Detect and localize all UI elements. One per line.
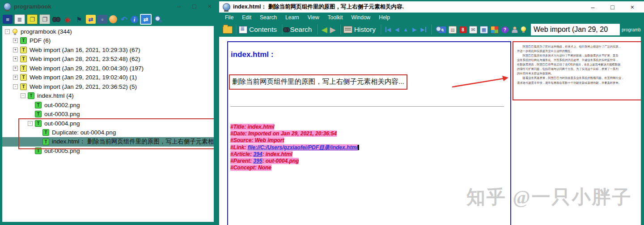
tree-row-out0002[interactable]: T out-0002.png bbox=[2, 100, 214, 110]
maximize-button[interactable]: □ bbox=[610, 4, 614, 10]
search-binoculars-icon[interactable] bbox=[52, 15, 61, 23]
meta-parent-rest: : out-0004.png bbox=[262, 158, 299, 164]
open-collection-icon[interactable] bbox=[223, 26, 233, 34]
tree-row-indexhtml-selected[interactable]: T index.html： 删除当前网页组件里的原图，写上右侧子元素相关 bbox=[2, 137, 214, 147]
tree-row-pdf[interactable]: + T PDF (6) bbox=[2, 36, 214, 46]
source-image-thumbnail[interactable]: 阿里巴巴集团为了应对这种挑战，在技术上、组织架构上都进行了广泛的实践， 并进一步… bbox=[513, 41, 641, 100]
menu-search[interactable]: Search bbox=[260, 14, 277, 21]
search-button[interactable]: Search bbox=[290, 26, 312, 34]
tree-row-webimport-2[interactable]: + T Web import (Jan 28, 2021, 23:52:48) … bbox=[2, 55, 214, 64]
horizontal-rule bbox=[230, 106, 504, 107]
lightbulb-icon[interactable] bbox=[521, 26, 526, 33]
help-icon[interactable]: ? bbox=[501, 26, 508, 33]
account-icon[interactable] bbox=[511, 26, 517, 33]
contents-icon[interactable]: ≡ bbox=[3, 15, 13, 24]
menu-edit[interactable]: Edit bbox=[242, 14, 251, 21]
mail-icon[interactable]: ✉ bbox=[469, 26, 477, 34]
expand-icon[interactable]: + bbox=[13, 48, 18, 52]
history-icon[interactable] bbox=[343, 26, 352, 33]
tree-row-webimport-5[interactable]: - T Web import (Jan 29, 2021, 20:36:52) … bbox=[2, 82, 214, 91]
toggle-panel-icon[interactable]: ⇄ bbox=[140, 14, 152, 25]
expand-icon[interactable]: + bbox=[13, 75, 18, 80]
tree-row-webimport-3[interactable]: + T Web import (Jan 29, 2021, 00:04:30) … bbox=[2, 64, 214, 73]
tree-row-webimport-1[interactable]: + T Web import (Jan 16, 2021, 10:29:33) … bbox=[2, 45, 214, 55]
schedule-icon[interactable]: ▦ bbox=[480, 26, 488, 34]
tree-row-duplicate-out0004[interactable]: T Duplicate: out-0004.png bbox=[2, 128, 214, 138]
menu-window[interactable]: Window bbox=[352, 14, 371, 21]
magnifier-icon[interactable] bbox=[153, 15, 162, 24]
contents-icon[interactable] bbox=[239, 26, 247, 34]
tree-row-webimport-4[interactable]: + T Web import (Jan 29, 2021, 19:02:40) … bbox=[2, 73, 214, 82]
maximize-button[interactable]: □ bbox=[192, 3, 196, 9]
expand-icon[interactable]: + bbox=[13, 56, 18, 61]
expand-icon[interactable]: + bbox=[13, 66, 18, 71]
topic-icon: T bbox=[42, 129, 49, 136]
close-button[interactable]: × bbox=[208, 3, 212, 9]
tree-row-label: index.html (4) bbox=[37, 92, 74, 99]
menu-learn[interactable]: Learn bbox=[285, 14, 299, 21]
import-export-icon[interactable]: ⇄ bbox=[86, 15, 96, 24]
tree-row-label: index.html： 删除当前网页组件里的原图，写上右侧子元素相关 bbox=[52, 138, 214, 146]
google-icon[interactable]: 8 bbox=[459, 26, 466, 33]
back-arrow-icon[interactable]: ◀ bbox=[322, 26, 327, 34]
tree-row-out0005[interactable]: T out-0005.png bbox=[2, 147, 214, 156]
collapse-icon[interactable]: - bbox=[28, 121, 33, 126]
first-element-icon[interactable]: ◀ bbox=[386, 27, 391, 32]
contents-button[interactable]: Contents bbox=[249, 26, 277, 34]
topic-icon: T bbox=[35, 102, 42, 108]
minimize-button[interactable]: – bbox=[591, 4, 595, 10]
outline-icon[interactable]: ≣ bbox=[14, 14, 25, 24]
collapse-icon[interactable]: - bbox=[5, 29, 10, 34]
forward-arrow-icon[interactable]: ▶ bbox=[330, 26, 336, 34]
element-window-title: index.html： 删除当前网页组件里的原图，写上右侧子元素相关内容. bbox=[233, 3, 591, 11]
commit-icon[interactable] bbox=[109, 15, 117, 23]
element-title-combo[interactable]: Web import (Jan 29, 20 bbox=[531, 24, 620, 35]
save-icon[interactable]: ▫ bbox=[97, 15, 107, 24]
minimize-button[interactable]: – bbox=[178, 3, 181, 9]
zoom-icon[interactable] bbox=[434, 25, 437, 34]
collapse-icon[interactable]: - bbox=[13, 84, 18, 89]
element-nav-group: ◀ ◀ ▲ ▶ ▶ bbox=[386, 27, 426, 32]
close-button[interactable]: × bbox=[631, 4, 634, 10]
info-icon[interactable]: i bbox=[131, 16, 138, 23]
menu-file[interactable]: File bbox=[225, 14, 233, 21]
paste-icon[interactable]: ❐ bbox=[39, 14, 50, 24]
dictionary-icon[interactable]: ▤ bbox=[449, 26, 457, 34]
history-button[interactable]: History bbox=[354, 26, 376, 34]
topic-icon: T bbox=[20, 74, 27, 81]
menu-view[interactable]: View bbox=[308, 14, 319, 21]
meta-article-link[interactable]: 394 bbox=[253, 151, 262, 157]
element-titlebar: index.html： 删除当前网页组件里的原图，写上右侧子元素相关内容. – … bbox=[219, 1, 644, 13]
prev-element-icon[interactable]: ◀ bbox=[395, 27, 399, 32]
topic-icon: T bbox=[20, 56, 27, 62]
tree-row-indexhtml-parent[interactable]: - T index.html (4) bbox=[2, 91, 214, 101]
last-element-icon[interactable]: ▶ bbox=[420, 27, 426, 32]
parent-element-icon[interactable]: ▲ bbox=[403, 27, 408, 32]
tree-row-out0003[interactable]: T out-0003.png bbox=[2, 110, 214, 119]
topic-icon: T bbox=[35, 111, 42, 117]
copy-topics-icon[interactable]: ❐ bbox=[27, 14, 38, 24]
tree-row-programbook[interactable]: - programbook (344) bbox=[2, 27, 214, 36]
expand-icon[interactable]: + bbox=[13, 38, 18, 43]
topic-icon: T bbox=[42, 138, 49, 145]
topic-icon: T bbox=[20, 83, 27, 90]
windows-icon[interactable] bbox=[491, 26, 499, 34]
meta-parent-link[interactable]: 395 bbox=[253, 158, 262, 164]
menu-toolkit[interactable]: Toolkit bbox=[328, 14, 343, 21]
meta-link[interactable]: file://C:/Users/gzxiaofei/PDF目录/index.ht… bbox=[248, 144, 358, 151]
tree-row-label: out-0005.png bbox=[44, 147, 80, 154]
collapse-icon[interactable]: - bbox=[21, 93, 25, 98]
programbook-titlebar: programbook – □ × bbox=[0, 0, 218, 13]
view-eye-icon[interactable]: ◉ bbox=[63, 15, 72, 24]
element-heading: index.html : bbox=[231, 50, 273, 59]
menu-help[interactable]: Help bbox=[379, 14, 390, 21]
tree-row-label: Web import (Jan 16, 2021, 10:29:33) (67) bbox=[30, 47, 140, 53]
priority-flag-icon[interactable]: ⚑ bbox=[74, 15, 84, 24]
tree-row-label: PDF (6) bbox=[30, 37, 51, 44]
next-element-icon[interactable]: ▶ bbox=[412, 27, 416, 32]
tree-row-out0004[interactable]: - T out-0004.png bbox=[2, 119, 214, 128]
element-body-text-annotated[interactable]: 删除当前网页组件里的原图，写上右侧子元素相关内容... bbox=[229, 74, 407, 90]
search-binoculars-icon[interactable] bbox=[285, 26, 288, 34]
undo-icon[interactable]: ↶ bbox=[119, 15, 129, 24]
topic-icon: T bbox=[20, 37, 27, 44]
